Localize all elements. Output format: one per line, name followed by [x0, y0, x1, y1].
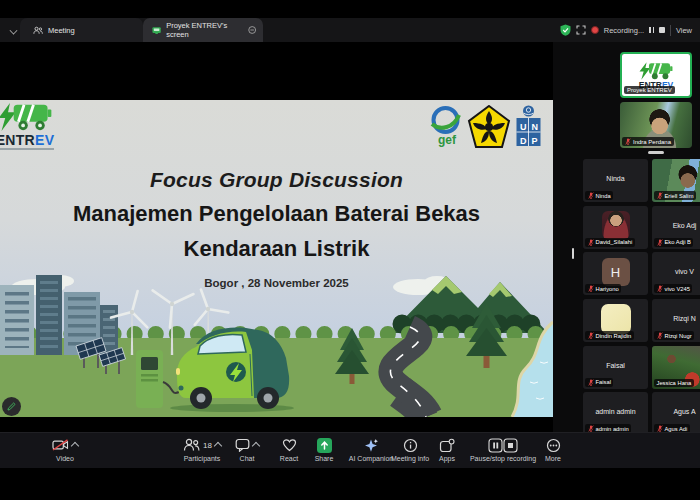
tab-meeting-label: Meeting	[48, 26, 75, 35]
slide-title-line3: Kendaraan Listrik	[0, 236, 553, 262]
participant-tile[interactable]: admin admin admin admin	[583, 392, 648, 432]
meeting-toolbar: Video 18 Participants	[0, 432, 700, 468]
people-icon	[33, 26, 43, 35]
svg-text:P: P	[532, 136, 538, 146]
participant-label: Rizqi Nugr	[654, 331, 694, 340]
pencil-icon	[7, 402, 16, 411]
collapse-chevron-icon[interactable]	[10, 27, 18, 35]
more-ellipsis-icon	[546, 438, 561, 453]
zoom-meeting-window: Meeting Proyek ENTREV's screen	[0, 0, 700, 500]
participant-label: Ninda	[585, 191, 613, 200]
pause-recording-icon[interactable]	[649, 27, 654, 34]
participant-avatar: H	[602, 258, 630, 286]
stop-recording-icon[interactable]	[659, 27, 665, 33]
participant-label: Faisal	[585, 378, 613, 387]
tab-options-icon[interactable]	[248, 25, 256, 35]
svg-text:D: D	[520, 136, 527, 146]
slide-title-line1: Focus Group Discussion	[0, 168, 553, 192]
participant-label: Eriell Salim	[654, 191, 696, 200]
shared-screen-stage: ENTREV gef	[0, 42, 700, 432]
mic-muted-icon	[625, 138, 631, 145]
mic-muted-icon	[657, 239, 663, 246]
partner-logos: gef	[429, 105, 541, 149]
undp-logo: U N D P	[516, 105, 541, 147]
participant-label: vivo V245	[654, 284, 692, 293]
participant-tile[interactable]: Rizqi N Rizqi Nugr	[652, 299, 700, 342]
recording-status-text: Recording...	[604, 26, 644, 35]
presentation-slide: ENTREV gef	[0, 100, 553, 417]
mic-muted-icon	[657, 192, 663, 199]
tab-bar-right-controls: Recording... View	[560, 18, 692, 42]
chevron-up-icon[interactable]	[71, 442, 79, 450]
svg-text:gef: gef	[438, 133, 457, 147]
participants-icon	[183, 438, 200, 452]
participants-sidebar: ENTREV Proyek ENTREV Indra Perdana	[553, 42, 700, 432]
participant-avatar	[602, 211, 630, 239]
participant-label: Jessica Hana	[654, 379, 694, 387]
participant-tile[interactable]: David_Silalahi	[583, 206, 648, 249]
mic-muted-icon	[588, 192, 594, 199]
divider	[670, 25, 671, 36]
participant-tile[interactable]: Dindin Rajidin	[583, 299, 648, 342]
slide-title-line2: Manajemen Pengelolaan Baterai Bekas	[0, 201, 553, 227]
participant-label: admin admin	[585, 424, 631, 432]
participant-tile[interactable]: vivo V vivo V245	[652, 252, 700, 295]
view-menu[interactable]: View	[676, 26, 692, 35]
recording-indicator-dot	[591, 26, 599, 34]
participant-tile[interactable]: H Hariyono	[583, 252, 648, 295]
meeting-tab-bar: Meeting Proyek ENTREV's screen	[0, 18, 700, 42]
participant-avatar	[601, 304, 631, 334]
participant-label: David_Silalahi	[585, 238, 635, 247]
thumbnail-name-label: Indra Perdana	[622, 137, 674, 146]
video-thumbnail-proyek-entrev[interactable]: ENTREV Proyek ENTREV	[620, 52, 692, 98]
entrev-wordmark: ENTREV	[0, 133, 54, 147]
svg-text:N: N	[532, 122, 539, 132]
participant-label: Eko Adji B	[654, 238, 693, 247]
fullscreen-icon[interactable]	[576, 25, 586, 35]
slide-date: Bogor , 28 November 2025	[0, 277, 553, 289]
participant-tile[interactable]: Jessica Hana	[652, 346, 700, 389]
participant-tile[interactable]: Agus A Agus Adi	[652, 392, 700, 432]
video-button[interactable]: Video	[25, 437, 105, 462]
participant-tile[interactable]: Faisal Faisal	[583, 346, 648, 389]
chat-icon	[235, 438, 250, 452]
tab-shared-screen[interactable]: Proyek ENTREV's screen	[143, 18, 263, 42]
mic-muted-icon	[588, 332, 594, 339]
toolbar-label: More	[545, 455, 561, 462]
toolbar-label: Video	[56, 455, 74, 462]
mic-muted-icon	[657, 285, 663, 292]
participant-tile[interactable]: Eko Adj Eko Adji B	[652, 206, 700, 249]
participant-label: Hariyono	[585, 284, 621, 293]
screen-share-icon	[152, 26, 161, 35]
video-off-icon	[52, 439, 69, 451]
tab-shared-screen-label: Proyek ENTREV's screen	[166, 21, 237, 39]
participant-tile[interactable]: Ninda Ninda	[583, 159, 648, 202]
participant-tile[interactable]: Eriell Salim	[652, 159, 700, 202]
more-button[interactable]: More	[513, 437, 593, 462]
mic-muted-icon	[657, 332, 663, 339]
thumbnail-name-label: Proyek ENTREV	[624, 86, 675, 94]
participant-label: Dindin Rajidin	[585, 331, 634, 340]
klhk-logo	[467, 105, 511, 149]
gef-logo: gef	[429, 105, 462, 147]
annotation-pencil-button[interactable]	[2, 397, 21, 416]
security-shield-icon[interactable]	[560, 24, 571, 36]
mic-muted-icon	[588, 379, 594, 386]
share-screen-icon	[317, 438, 332, 453]
entrev-tagline	[0, 148, 54, 150]
panel-resize-handle[interactable]	[648, 151, 664, 154]
participant-grid: Ninda Ninda Eriell Salim	[583, 159, 700, 432]
mic-muted-icon	[588, 239, 594, 246]
participant-label: Agus Adi	[654, 424, 690, 432]
mic-muted-icon	[588, 285, 594, 292]
svg-text:U: U	[520, 122, 527, 132]
tab-meeting[interactable]: Meeting	[20, 18, 143, 42]
entrev-truck-icon	[0, 101, 57, 133]
video-thumbnail-indra-perdana[interactable]: Indra Perdana	[620, 102, 692, 148]
entrev-logo: ENTREV	[0, 101, 57, 150]
scrollbar-thumb[interactable]	[572, 248, 574, 259]
